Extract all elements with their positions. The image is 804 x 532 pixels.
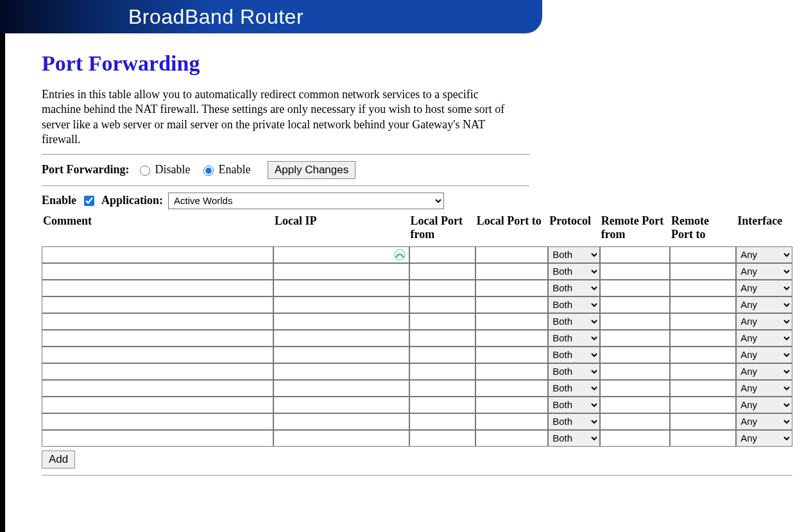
- interface-select[interactable]: Any: [736, 347, 792, 363]
- local-port-to-input[interactable]: [475, 330, 548, 347]
- protocol-select[interactable]: Both: [548, 413, 599, 430]
- remote-port-from-input[interactable]: [600, 330, 670, 347]
- local-port-from-input[interactable]: [409, 380, 475, 397]
- remote-port-to-input[interactable]: [670, 246, 736, 263]
- local-port-from-input[interactable]: [409, 296, 475, 313]
- remote-port-to-input[interactable]: [670, 413, 736, 430]
- remote-port-from-input[interactable]: [600, 296, 670, 313]
- remote-port-to-input[interactable]: [670, 296, 736, 313]
- remote-port-to-input[interactable]: [670, 430, 736, 447]
- local-port-to-input[interactable]: [475, 413, 548, 430]
- local-port-to-input[interactable]: [475, 380, 548, 397]
- interface-select[interactable]: Any: [736, 313, 792, 330]
- protocol-select[interactable]: Both: [548, 296, 599, 313]
- protocol-select[interactable]: Both: [548, 313, 599, 330]
- comment-input[interactable]: [42, 246, 273, 263]
- interface-select[interactable]: Any: [736, 380, 792, 397]
- pf-disable-label-wrap[interactable]: Disable: [137, 163, 190, 176]
- local-ip-input[interactable]: [273, 347, 409, 363]
- local-port-to-input[interactable]: [475, 246, 548, 263]
- remote-port-from-input[interactable]: [600, 313, 670, 330]
- protocol-select[interactable]: Both: [548, 363, 599, 380]
- enable-checkbox[interactable]: [84, 196, 94, 206]
- local-port-to-input[interactable]: [475, 313, 548, 330]
- remote-port-from-input[interactable]: [600, 380, 670, 397]
- local-ip-input[interactable]: [273, 263, 409, 280]
- local-port-from-input[interactable]: [409, 347, 475, 363]
- interface-select[interactable]: Any: [736, 413, 792, 430]
- local-ip-input[interactable]: [273, 296, 409, 313]
- comment-input[interactable]: [42, 280, 273, 296]
- comment-input[interactable]: [42, 263, 273, 280]
- remote-port-from-input[interactable]: [600, 280, 670, 296]
- local-ip-input[interactable]: [273, 363, 409, 380]
- comment-input[interactable]: [42, 397, 273, 413]
- local-ip-input[interactable]: [273, 280, 409, 296]
- local-port-from-input[interactable]: [409, 280, 475, 296]
- local-port-to-input[interactable]: [475, 296, 548, 313]
- protocol-select[interactable]: Both: [548, 397, 599, 413]
- local-port-from-input[interactable]: [409, 413, 475, 430]
- remote-port-from-input[interactable]: [600, 347, 670, 363]
- remote-port-from-input[interactable]: [600, 397, 670, 413]
- enable-radio[interactable]: [203, 166, 214, 176]
- interface-select[interactable]: Any: [736, 263, 792, 280]
- protocol-select[interactable]: Both: [548, 430, 599, 447]
- local-port-to-input[interactable]: [475, 280, 548, 296]
- remote-port-from-input[interactable]: [600, 246, 670, 263]
- local-port-to-input[interactable]: [475, 430, 548, 447]
- local-port-to-input[interactable]: [475, 397, 548, 413]
- remote-port-from-input[interactable]: [600, 363, 670, 380]
- local-port-from-input[interactable]: [409, 430, 475, 447]
- remote-port-from-input[interactable]: [600, 263, 670, 280]
- interface-select[interactable]: Any: [736, 363, 792, 380]
- local-ip-input[interactable]: [273, 330, 409, 347]
- remote-port-from-input[interactable]: [600, 413, 670, 430]
- interface-select[interactable]: Any: [736, 296, 792, 313]
- interface-select[interactable]: Any: [736, 246, 792, 263]
- protocol-select[interactable]: Both: [548, 263, 599, 280]
- remote-port-to-input[interactable]: [670, 313, 736, 330]
- remote-port-to-input[interactable]: [670, 330, 736, 347]
- remote-port-to-input[interactable]: [670, 280, 736, 296]
- local-ip-input[interactable]: [273, 313, 409, 330]
- remote-port-to-input[interactable]: [670, 397, 736, 413]
- remote-port-to-input[interactable]: [670, 363, 736, 380]
- protocol-select[interactable]: Both: [548, 246, 599, 263]
- comment-input[interactable]: [42, 347, 273, 363]
- remote-port-to-input[interactable]: [670, 380, 736, 397]
- local-ip-input[interactable]: [273, 430, 409, 447]
- local-port-to-input[interactable]: [475, 263, 548, 280]
- local-ip-input[interactable]: [273, 246, 409, 263]
- comment-input[interactable]: [42, 430, 273, 447]
- protocol-select[interactable]: Both: [548, 380, 599, 397]
- local-port-from-input[interactable]: [409, 397, 475, 413]
- apply-changes-button[interactable]: Apply Changes: [268, 161, 355, 179]
- local-port-from-input[interactable]: [409, 363, 475, 380]
- comment-input[interactable]: [42, 296, 273, 313]
- application-select[interactable]: Active Worlds: [168, 193, 444, 209]
- remote-port-from-input[interactable]: [600, 430, 670, 447]
- remote-port-to-input[interactable]: [670, 263, 736, 280]
- comment-input[interactable]: [42, 330, 273, 347]
- disable-radio[interactable]: [140, 166, 150, 176]
- comment-input[interactable]: [42, 380, 273, 397]
- comment-input[interactable]: [42, 313, 273, 330]
- interface-select[interactable]: Any: [736, 397, 792, 413]
- local-port-to-input[interactable]: [475, 347, 548, 363]
- comment-input[interactable]: [42, 413, 273, 430]
- remote-port-to-input[interactable]: [670, 347, 736, 363]
- comment-input[interactable]: [42, 363, 273, 380]
- interface-select[interactable]: Any: [736, 430, 792, 447]
- local-port-from-input[interactable]: [409, 263, 475, 280]
- interface-select[interactable]: Any: [736, 330, 792, 347]
- local-ip-input[interactable]: [273, 397, 409, 413]
- interface-select[interactable]: Any: [736, 280, 792, 296]
- local-port-from-input[interactable]: [409, 246, 475, 263]
- pf-enable-label-wrap[interactable]: Enable: [200, 163, 250, 176]
- local-port-to-input[interactable]: [475, 363, 548, 380]
- local-ip-input[interactable]: [273, 380, 409, 397]
- protocol-select[interactable]: Both: [548, 347, 599, 363]
- protocol-select[interactable]: Both: [548, 280, 599, 296]
- protocol-select[interactable]: Both: [548, 330, 599, 347]
